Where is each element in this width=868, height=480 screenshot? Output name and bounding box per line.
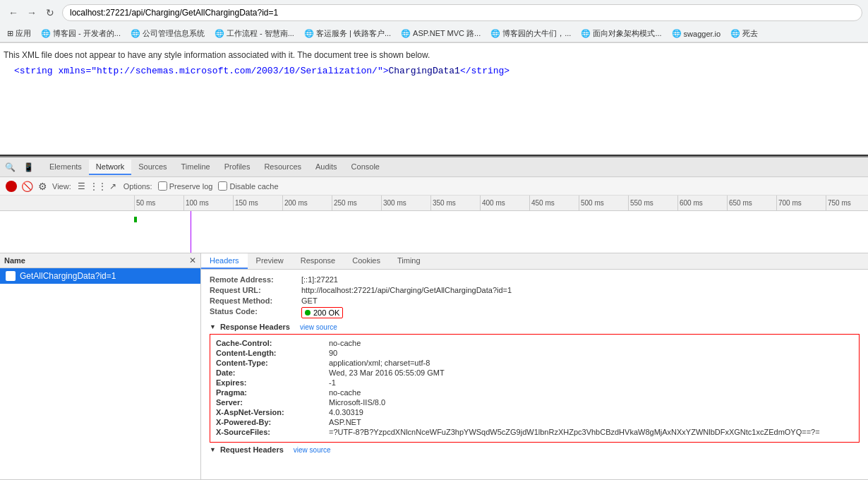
detail-tab-headers[interactable]: Headers	[201, 253, 248, 269]
ruler-marks: 50 ms 100 ms 150 ms 200 ms 250 ms 300 ms…	[134, 196, 868, 211]
response-headers-section: Response Headers view source Cache-Contr…	[210, 323, 860, 443]
rh-content-length-label: Content-Length:	[216, 349, 329, 357]
request-item-charging[interactable]: GetAllChargingData?id=1	[0, 268, 200, 284]
status-dot-icon	[305, 310, 311, 316]
disable-cache-checkbox[interactable]	[218, 181, 227, 191]
tab-timeline[interactable]: Timeline	[174, 160, 217, 175]
response-headers-section-header[interactable]: Response Headers view source	[210, 323, 860, 331]
address-bar[interactable]	[62, 4, 862, 21]
tab-network[interactable]: Network	[89, 160, 131, 175]
rh-cache-control: Cache-Control: no-cache	[216, 339, 853, 347]
devtools: 🔍 📱 Elements Network Sources Timeline Pr…	[0, 156, 868, 480]
remote-address-row: Remote Address: [::1]:27221	[210, 275, 860, 284]
tab-console[interactable]: Console	[344, 160, 387, 175]
bookmark-apps[interactable]: ⊞ 应用	[3, 27, 35, 40]
ruler-mark-250: 250 ms	[332, 196, 381, 211]
devtools-tab-bar: 🔍 📱 Elements Network Sources Timeline Pr…	[0, 157, 868, 177]
view-buttons: ☰ ⋮⋮	[76, 180, 102, 193]
bookmark-7[interactable]: 🌐面向对象架构模式...	[577, 27, 665, 40]
xml-content: <string xmlns="http://schemas.microsoft.…	[4, 66, 864, 76]
bookmark-icon-5: 🌐	[401, 29, 411, 38]
request-headers-label: Request Headers	[220, 445, 284, 454]
tab-sources[interactable]: Sources	[131, 160, 174, 175]
rh-expires-label: Expires:	[216, 378, 329, 387]
bookmark-icon-2: 🌐	[131, 29, 140, 38]
rh-expires: Expires: -1	[216, 378, 853, 387]
timeline-bar	[134, 217, 137, 222]
rh-pragma-value: no-cache	[329, 388, 361, 397]
bookmark-6[interactable]: 🌐博客园的大牛们，...	[486, 27, 575, 40]
bookmark-3[interactable]: 🌐工作流程 - 智慧南...	[210, 27, 299, 40]
mobile-icon[interactable]: 📱	[21, 160, 35, 174]
rh-source-files-label: X-SourceFiles:	[216, 428, 329, 436]
forward-button[interactable]: →	[24, 5, 40, 20]
rh-pragma-label: Pragma:	[216, 388, 329, 397]
ruler-mark-400: 400 ms	[480, 196, 529, 211]
tab-audits[interactable]: Audits	[308, 160, 344, 175]
bookmark-8[interactable]: 🌐swagger.io	[668, 28, 725, 40]
rh-powered-by: X-Powered-By: ASP.NET	[216, 418, 853, 426]
preserve-log-label[interactable]: Preserve log	[158, 181, 213, 191]
ruler-mark-500: 500 ms	[579, 196, 628, 211]
ruler-mark-450: 450 ms	[529, 196, 579, 211]
request-item-name: GetAllChargingData?id=1	[20, 271, 116, 281]
rh-source-files: X-SourceFiles: =?UTF-8?B?YzpcdXNlcnNceWF…	[216, 428, 853, 436]
request-method-row: Request Method: GET	[210, 296, 860, 305]
ruler-mark-200: 200 ms	[282, 196, 332, 211]
bookmark-2[interactable]: 🌐公司管理信息系统	[126, 27, 209, 40]
status-code-row: Status Code: 200 OK	[210, 307, 860, 318]
devtools-icon-group: 🔍 📱	[3, 160, 35, 174]
inspect-element-icon[interactable]: 🔍	[3, 160, 17, 174]
options-bar: Options: Preserve log Disable cache	[123, 181, 279, 191]
bookmark-icon-4: 🌐	[304, 29, 314, 38]
rh-content-type-value: application/xml; charset=utf-8	[329, 359, 430, 367]
view-tree-button[interactable]: ⋮⋮	[90, 180, 102, 193]
close-panel-button[interactable]: ✕	[189, 256, 196, 265]
request-view-source-link[interactable]: view source	[294, 446, 331, 454]
detail-tab-response[interactable]: Response	[292, 253, 344, 269]
apps-icon: ⊞	[7, 29, 13, 38]
bookmark-4[interactable]: 🌐客运服务 | 铁路客户...	[300, 27, 395, 40]
ruler-mark-750: 750 ms	[826, 196, 868, 211]
view-source-link[interactable]: view source	[300, 323, 337, 331]
rh-content-type-label: Content-Type:	[216, 359, 329, 367]
nav-buttons: ← → ↻	[6, 5, 58, 20]
status-code-value: 200 OK	[313, 308, 339, 317]
detail-tab-bar: Headers Preview Response Cookies Timing	[201, 253, 868, 270]
timeline-playhead	[191, 211, 191, 253]
route-button[interactable]: ↗	[107, 180, 119, 193]
tab-elements[interactable]: Elements	[42, 160, 89, 175]
ruler-mark-50: 50 ms	[134, 196, 183, 211]
bookmark-icon-6: 🌐	[490, 29, 500, 38]
name-column-header: Name	[4, 256, 25, 265]
rh-server-value: Microsoft-IIS/8.0	[329, 398, 385, 407]
response-headers-label: Response Headers	[220, 323, 290, 331]
refresh-button[interactable]: ↻	[42, 5, 58, 20]
clear-button[interactable]: 🚫	[21, 181, 32, 192]
timeline-ruler: 50 ms 100 ms 150 ms 200 ms 250 ms 300 ms…	[0, 196, 868, 211]
detail-tab-cookies[interactable]: Cookies	[344, 253, 389, 269]
back-button[interactable]: ←	[6, 5, 21, 20]
detail-tab-preview[interactable]: Preview	[248, 253, 292, 269]
tab-resources[interactable]: Resources	[257, 160, 308, 175]
preserve-log-checkbox[interactable]	[158, 181, 167, 191]
bookmark-5[interactable]: 🌐ASP.NET MVC 路...	[397, 27, 485, 40]
filter-button[interactable]: ⚙	[37, 181, 48, 192]
ruler-mark-150: 150 ms	[233, 196, 282, 211]
record-button[interactable]	[6, 181, 17, 192]
remote-address-value: [::1]:27221	[301, 275, 338, 284]
request-headers-section-header[interactable]: Request Headers view source	[210, 445, 860, 454]
detail-tab-timing[interactable]: Timing	[389, 253, 429, 269]
ruler-mark-100: 100 ms	[183, 196, 233, 211]
xml-text-value: ChargingData1	[389, 66, 460, 76]
disable-cache-label[interactable]: Disable cache	[218, 181, 278, 191]
bookmark-1[interactable]: 🌐博客园 - 开发者的...	[37, 27, 125, 40]
rh-aspnet-version-value: 4.0.30319	[329, 408, 363, 416]
tab-profiles[interactable]: Profiles	[217, 160, 258, 175]
view-list-button[interactable]: ☰	[76, 180, 88, 193]
bookmark-9[interactable]: 🌐死去	[726, 27, 762, 40]
status-code-label: Status Code:	[210, 307, 301, 318]
view-label: View:	[52, 182, 71, 191]
rh-date-value: Wed, 23 Mar 2016 05:55:09 GMT	[329, 368, 445, 377]
ruler-mark-700: 700 ms	[776, 196, 826, 211]
